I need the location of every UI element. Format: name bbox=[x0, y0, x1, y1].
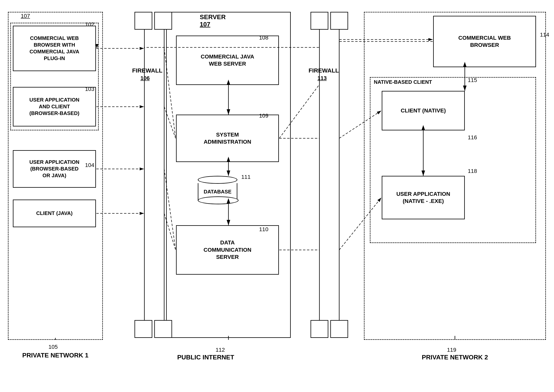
ref-107: 107 bbox=[200, 21, 210, 28]
commercial-web-browser-box: COMMERCIAL WEBBROWSER bbox=[433, 16, 536, 67]
firewall-106-label: FIREWALL bbox=[132, 67, 162, 74]
native-based-client-label: NATIVE-BASED CLIENT bbox=[374, 79, 432, 85]
database-cylinder: DATABASE bbox=[198, 176, 237, 201]
user-app-browser-java-box: USER APPLICATION(BROWSER-BASEDOR JAVA) bbox=[13, 150, 96, 188]
firewall-106-top-left bbox=[135, 12, 152, 30]
system-administration-box: SYSTEMADMINISTRATION bbox=[176, 115, 279, 162]
client-java-box: CLIENT (JAVA) bbox=[13, 200, 96, 227]
ref-101: 107 bbox=[21, 13, 30, 19]
ref-105: 105 bbox=[49, 344, 58, 350]
firewall-113-bot-left bbox=[310, 320, 328, 338]
ref-110: 110 bbox=[259, 226, 268, 232]
user-app-native-box: USER APPLICATION(NATIVE - .EXE) bbox=[382, 176, 465, 219]
server-label: SERVER bbox=[200, 14, 226, 21]
ref-111: 111 bbox=[241, 174, 251, 180]
firewall-113-top-left bbox=[310, 12, 328, 30]
ref-118: 118 bbox=[468, 168, 477, 174]
firewall-106-bot-left bbox=[135, 320, 152, 338]
ref-116: 116 bbox=[468, 134, 477, 141]
ref-112: 112 bbox=[216, 347, 225, 353]
ref-104: 104 bbox=[85, 162, 94, 168]
firewall-113-bot-right bbox=[330, 320, 348, 338]
ref-106: 106 bbox=[140, 75, 150, 81]
firewall-106-bot-right bbox=[154, 320, 172, 338]
ref-114: 114 bbox=[540, 32, 549, 38]
commercial-java-web-server-box: COMMERCIAL JAVAWEB SERVER bbox=[176, 35, 279, 85]
firewall-113-label: FIREWALL bbox=[309, 67, 339, 74]
ref-109: 109 bbox=[259, 113, 268, 119]
ref-108: 108 bbox=[259, 35, 268, 41]
ref-115: 115 bbox=[468, 77, 477, 83]
firewall-113-top-right bbox=[330, 12, 348, 30]
private-network-2-label: PRIVATE NETWORK 2 bbox=[364, 354, 546, 361]
ref-113: 113 bbox=[317, 75, 327, 81]
data-communication-server-box: DATACOMMUNICATIONSERVER bbox=[176, 225, 279, 275]
firewall-106-top-right bbox=[154, 12, 172, 30]
client-native-box: CLIENT (NATIVE) bbox=[382, 91, 465, 130]
private-network-1-label: PRIVATE NETWORK 1 bbox=[8, 352, 103, 359]
ref-119: 119 bbox=[447, 347, 456, 353]
browser-group-container bbox=[10, 23, 99, 130]
public-internet-label: PUBLIC INTERNET bbox=[144, 354, 267, 361]
